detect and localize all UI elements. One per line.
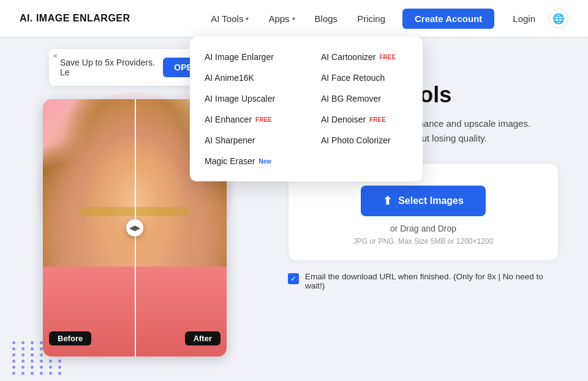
chevron-down-icon: ▾ xyxy=(246,15,249,22)
select-images-button[interactable]: ⬆ Select Images xyxy=(361,186,486,216)
dropdown-col-2: AI Cartoonizer FREE AI Face Retouch AI B… xyxy=(306,47,423,172)
menu-item-ai-image-enlarger[interactable]: AI Image Enlarger xyxy=(195,47,301,67)
nav-pricing[interactable]: Pricing xyxy=(350,10,393,28)
login-button[interactable]: Login xyxy=(504,9,544,29)
new-badge: New xyxy=(258,158,271,165)
menu-item-ai-image-upscaler[interactable]: AI Image Upscaler xyxy=(195,88,301,109)
email-notice-row: ✓ Email the download URL when finished. … xyxy=(288,272,559,290)
dropdown-col-1: AI Image Enlarger AI Anime16K AI Image U… xyxy=(190,47,306,172)
upload-icon: ⬆ xyxy=(383,194,392,208)
after-label: After xyxy=(185,331,221,345)
menu-item-ai-cartoonizer[interactable]: AI Cartoonizer FREE xyxy=(311,47,418,67)
drag-drop-label: or Drag and Drop xyxy=(390,224,456,233)
menu-item-ai-anime16k[interactable]: AI Anime16K xyxy=(195,67,301,88)
before-label: Before xyxy=(49,331,91,345)
menu-item-ai-photo-colorizer[interactable]: AI Photo Colorizer xyxy=(311,130,418,151)
nav-ai-tools[interactable]: AI Tools ▾ xyxy=(203,10,256,28)
email-notice-text: Email the download URL when finished. (O… xyxy=(305,272,559,290)
create-account-button[interactable]: Create Account xyxy=(402,9,494,29)
free-badge: FREE xyxy=(255,116,272,123)
menu-item-magic-eraser[interactable]: Magic Eraser New xyxy=(195,151,301,172)
email-checkbox[interactable]: ✓ xyxy=(288,273,299,284)
free-badge: FREE xyxy=(379,54,396,61)
language-selector[interactable]: 🌐 xyxy=(549,9,568,28)
nav-blogs[interactable]: Blogs xyxy=(307,10,345,28)
site-logo: AI. IMAGE ENLARGER xyxy=(20,13,130,24)
ad-close-icon[interactable]: ✕ xyxy=(53,53,58,59)
navbar: AI. IMAGE ENLARGER AI Tools ▾ Apps ▾ Blo… xyxy=(0,0,588,37)
menu-item-ai-bg-remover[interactable]: AI BG Remover xyxy=(311,88,418,109)
menu-item-ai-denoiser[interactable]: AI Denoiser FREE xyxy=(311,109,418,130)
chevron-down-icon: ▾ xyxy=(292,15,295,22)
compare-handle[interactable]: ◀▶ xyxy=(126,219,143,236)
ad-text: Save Up to 5x Providers. Le xyxy=(60,58,157,77)
nav-links: AI Tools ▾ Apps ▾ Blogs Pricing Create A… xyxy=(203,9,568,29)
free-badge: FREE xyxy=(369,116,386,123)
menu-item-ai-face-retouch[interactable]: AI Face Retouch xyxy=(311,67,418,88)
file-hint-text: JPG or PNG. Max Size 5MB or 1200×1200 xyxy=(353,237,493,246)
ai-tools-dropdown: AI Image Enlarger AI Anime16K AI Image U… xyxy=(190,37,423,181)
menu-item-ai-sharpener[interactable]: AI Sharpener xyxy=(195,130,301,151)
nav-apps[interactable]: Apps ▾ xyxy=(261,10,302,28)
menu-item-ai-enhancer[interactable]: AI Enhancer FREE xyxy=(195,109,301,130)
